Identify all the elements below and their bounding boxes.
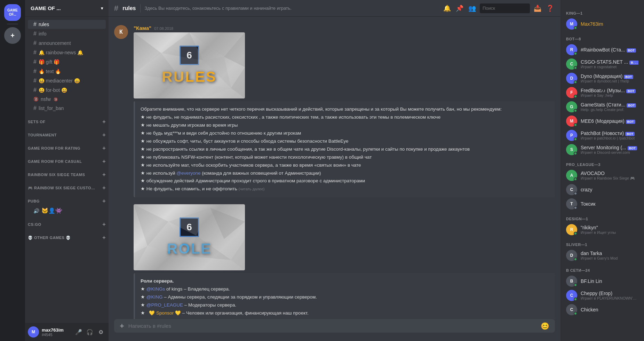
channel-item-for-bot[interactable]: # 😀 for-bot 😀 [28, 86, 106, 95]
category-other-games[interactable]: 💀 OTHER GAMES 💀 + [25, 229, 109, 242]
header-actions: 🔔 📌 👥 📥 ❓ [442, 3, 555, 13]
member-status-dot-rikikyn [574, 232, 577, 235]
attach-button[interactable]: + [120, 322, 124, 331]
channel-item-mediacenter[interactable]: # 😀 mediacenter 😀 [28, 76, 106, 85]
channel-item-rules[interactable]: # rules [28, 20, 106, 29]
category-game-room-rating[interactable]: GAME ROOM FOR RATING + [25, 140, 109, 153]
pin-button[interactable]: 📌 [455, 3, 464, 13]
search-input[interactable] [480, 3, 530, 13]
member-item-csgostats[interactable]: C CSGO-STATS.NET ...BOT Играет в csgosta… [563, 57, 641, 71]
member-avatar-rainbowbot: R [566, 44, 577, 55]
category-rainbow-siege-teams[interactable]: RAINBOW SIX SIEGE TEAMS + [25, 166, 109, 179]
category-other-games-label: 💀 OTHER GAMES 💀 [28, 236, 71, 240]
member-item-rainbowbot[interactable]: R #RainbowBot (Ста...BOT [563, 43, 641, 57]
svg-marker-11 [168, 208, 210, 236]
category-game-room-casual[interactable]: GAME ROOM FOR CASUAL + [25, 153, 109, 166]
category-add-icon[interactable]: + [102, 235, 106, 241]
member-status-dot-bflinlin [574, 283, 577, 287]
member-info-dyno: Dyno (Модерация)BOT Играет в dynobot.net… [581, 73, 638, 83]
member-item-dyno[interactable]: D Dyno (Модерация)BOT Играет в dynobot.n… [563, 71, 641, 85]
member-item-patchbot[interactable]: P PatchBot (Новости)BOT Играет в patchbo… [563, 128, 641, 142]
channel-item-gift[interactable]: # 🎁 gift 🎁 [28, 57, 106, 66]
svg-marker-12 [210, 208, 245, 239]
emoji-button[interactable]: 😊 [541, 322, 549, 330]
member-item-dan-tarka[interactable]: D dan Tarka Играет в Garry's Mod [563, 248, 641, 262]
member-avatar-cheppy: C [566, 290, 577, 301]
category-add-icon[interactable]: + [102, 185, 106, 191]
category-add-icon[interactable]: + [102, 119, 106, 125]
member-item-max763im[interactable]: M Max763im [563, 17, 641, 31]
server-icon-other[interactable]: + [4, 27, 21, 44]
rules-text-block: Обратите внимание, что на сервере нет че… [134, 101, 555, 197]
channel-header-hash-icon: # [114, 4, 118, 13]
member-name-rikikyn: "rikikyn" [581, 225, 638, 230]
category-pubg[interactable]: PUBG + [25, 192, 109, 206]
channel-item-text[interactable]: # 🔥 text 🔥 [28, 67, 106, 76]
category-sets-of[interactable]: SETS OF + [25, 113, 109, 126]
category-tournament[interactable]: TOURNAMENT + [25, 126, 109, 140]
member-item-mee6[interactable]: M MEE6 (Модерация)BOT [563, 114, 641, 128]
channel-item-rainbow-news[interactable]: # 🔔 rainbow-news 🔔 [28, 48, 106, 57]
channel-item-nsfw[interactable]: 🔞 nsfw 🔞 [28, 95, 106, 103]
member-status-dyno: Играет в dynobot.net | тhelp [581, 79, 638, 83]
member-status-dot-csgostats [574, 66, 577, 70]
help-button[interactable]: ❓ [545, 3, 555, 13]
member-info-bflinlin: BF.Lin Lin [581, 278, 638, 284]
channel-header: # rules Здесь Вы находитесь, ознакомьтес… [109, 0, 560, 17]
member-name-chicken: Chicken [581, 307, 638, 312]
member-item-avocado[interactable]: A AVOCADO Играет в Rainbow Six Siege 🎮 [563, 168, 641, 182]
category-add-icon[interactable]: + [102, 145, 106, 151]
member-item-chicken[interactable]: C Chicken [563, 303, 641, 317]
server-header[interactable]: GAME OF ... ▾ [25, 0, 109, 17]
member-info-rainbowbot: #RainbowBot (Ста...BOT [581, 47, 638, 53]
member-info-rikikyn: "rikikyn" Играет в Ищет углы [581, 225, 638, 235]
category-add-icon[interactable]: + [102, 132, 106, 138]
channel-item-list-for-ban[interactable]: # list_for_ban [28, 104, 106, 113]
member-item-cheppy[interactable]: C Cheppy (Erop) Играет в PLAYERUNKNOWN'S… [563, 288, 641, 302]
member-item-rikikyn[interactable]: R "rikikyn" Играет в Ищет углы [563, 223, 641, 237]
member-name-servermonitoring: Server Monitoring (...BOT [581, 145, 638, 150]
member-avatar-crazy: C [566, 184, 577, 195]
deafen-button[interactable]: 🎧 [85, 327, 95, 337]
member-item-fredboat[interactable]: F FredBoat♪♪ (Музы...BOT Играет в Say ;h… [563, 86, 641, 100]
user-controls: 🎤 🎧 ⚙ [74, 327, 106, 337]
mute-button[interactable]: 🎤 [74, 327, 84, 337]
member-status-dot-chicken [574, 312, 577, 315]
member-item-toksik[interactable]: Т Токсик [563, 197, 641, 211]
member-avatar-toksik: Т [566, 198, 577, 209]
rules-text-line-1: ★ не флудить, не поднимать расистских, с… [141, 113, 549, 121]
svg-marker-7 [231, 67, 245, 98]
channel-item-announcement[interactable]: # announcement [28, 39, 106, 48]
category-add-icon[interactable]: + [102, 158, 106, 165]
member-name-crazy: crazy [581, 187, 638, 192]
svg-marker-9 [182, 81, 231, 98]
member-status-dan-tarka: Играет в Garry's Mod [581, 256, 638, 260]
members-button[interactable]: 👥 [467, 3, 477, 13]
member-item-gamestats[interactable]: G GameStats (Стати...BOT Help: gs.help C… [563, 100, 641, 114]
inbox-button[interactable]: 📥 [533, 3, 542, 13]
member-name-avocado: AVOCADO [581, 170, 638, 176]
rules-text-line-0: Обратите внимание, что на сервере нет че… [141, 105, 549, 113]
category-add-icon[interactable]: + [102, 198, 106, 204]
notification-bell-button[interactable]: 🔔 [442, 3, 452, 13]
rules-text-line-7: ★ не используйте мат, чтобы оскорбить уч… [141, 161, 549, 169]
category-add-icon[interactable]: + [102, 172, 106, 178]
category-add-icon[interactable]: + [102, 221, 106, 228]
speaker-icon: 🔊 [33, 208, 39, 214]
category-rainbow-custom[interactable]: 🎮 RAINBOW SIX SIEGE CUSTO... + [25, 179, 109, 192]
rules-text-line-6: ★ не публиковать NSFW-контент (контент, … [141, 153, 549, 161]
member-item-servermonitoring[interactable]: S Server Monitoring (...BOT Играет в Dis… [563, 143, 641, 157]
category-csgo[interactable]: CS:GO + [25, 216, 109, 229]
member-item-bflinlin[interactable]: B BF.Lin Lin [563, 274, 641, 288]
member-item-crazy[interactable]: C crazy [563, 183, 641, 197]
message-input[interactable] [128, 319, 536, 333]
server-icon-active[interactable]: GAMEOF... [4, 4, 21, 21]
channel-item-info[interactable]: # info [28, 29, 106, 38]
channel-item-pubg-voice[interactable]: 🔊 🐱‍👤👾 [28, 206, 106, 215]
settings-button[interactable]: ⚙ [96, 327, 106, 337]
messages-container[interactable]: К "Кама" 07.08.2018 [109, 17, 560, 319]
channel-header-topic: Здесь Вы находитесь, ознакомьтесь с прав… [145, 6, 292, 11]
member-status-avocado: Играет в Rainbow Six Siege 🎮 [581, 176, 638, 181]
channel-name-nsfw: nsfw [41, 96, 51, 102]
lock-icon: 🔞 [33, 97, 39, 102]
